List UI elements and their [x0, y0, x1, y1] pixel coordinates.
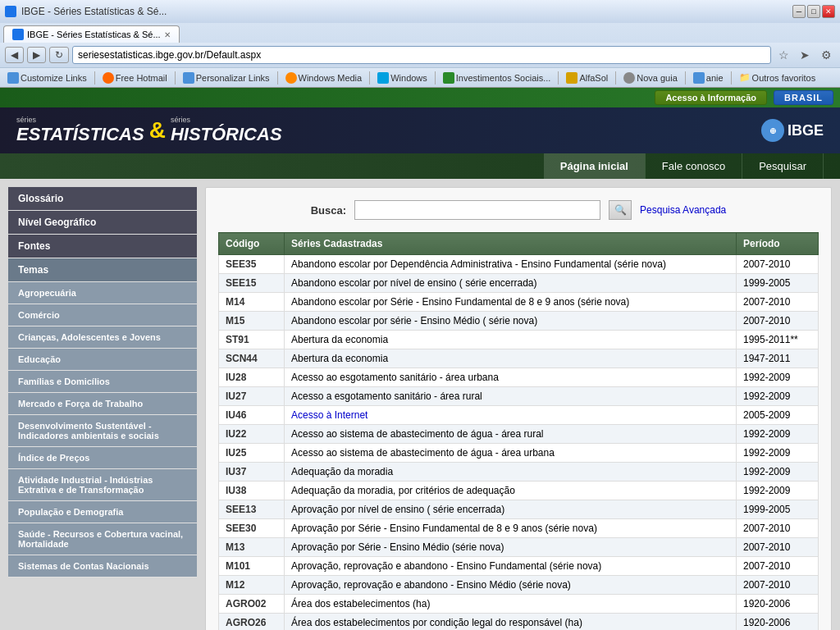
top-info-bar: Acesso à Informação BRASIL	[0, 88, 840, 107]
main-nav: Página inicial Fale conosco Pesquisar	[0, 153, 840, 179]
bookmark-label: Investimentos Sociais...	[456, 73, 551, 83]
bookmark-hotmail[interactable]: Free Hotmail	[98, 71, 171, 84]
cell-period: 1920-2006	[737, 595, 819, 614]
cell-period: 2007-2010	[737, 293, 819, 312]
separator	[369, 71, 370, 84]
sidebar-item-familias[interactable]: Famílias e Domicílios	[8, 371, 197, 393]
nav-item-fale-conosco[interactable]: Fale conosco	[646, 153, 742, 179]
cell-series: Acesso a esgotamento sanitário - área ru…	[285, 387, 737, 406]
sidebar-item-comercio[interactable]: Comércio	[8, 304, 197, 326]
main-content: Busca: 🔍 Pesquisa Avançada Código Séries…	[205, 187, 832, 630]
bookmark-windows-media[interactable]: Windows Media	[281, 71, 367, 84]
cell-period: 1992-2009	[737, 444, 819, 463]
browser-chrome: IBGE - Séries Estatísticas & Sé... ─ □ ✕…	[0, 0, 840, 88]
bookmark-icon	[7, 72, 19, 84]
reload-button[interactable]: ↻	[49, 47, 69, 63]
bookmark-investimentos[interactable]: Investimentos Sociais...	[439, 71, 555, 84]
cell-series: Abandono escolar por Dependência Adminis…	[285, 255, 737, 274]
cell-period: 1999-2005	[737, 274, 819, 293]
address-bar[interactable]	[72, 46, 771, 64]
nav-item-pagina-inicial[interactable]: Página inicial	[544, 153, 646, 179]
search-button[interactable]: 🔍	[609, 200, 632, 220]
cell-code: M14	[219, 293, 285, 312]
cell-period: 1947-2011	[737, 349, 819, 368]
cell-code: IU38	[219, 482, 285, 500]
cell-series[interactable]: Acesso à Internet	[285, 406, 737, 425]
cell-period: 2007-2010	[737, 576, 819, 595]
col-header-periodo: Período	[737, 233, 819, 255]
sidebar-item-temas[interactable]: Temas	[8, 258, 197, 282]
bookmark-alfasol[interactable]: AlfaSol	[562, 71, 612, 84]
logo-series2-label: séries	[171, 116, 282, 124]
bookmark-personalizar[interactable]: Personalizar Links	[179, 71, 274, 84]
bookmark-icon	[377, 72, 389, 84]
table-row: SEE30Aprovação por Série - Ensino Fundam…	[219, 519, 819, 538]
bookmark-label: Nova guia	[637, 73, 678, 83]
sidebar-item-fontes[interactable]: Fontes	[8, 235, 197, 258]
separator	[558, 71, 559, 84]
nav-item-pesquisar[interactable]: Pesquisar	[742, 153, 824, 179]
sidebar-item-saude[interactable]: Saúde - Recursos e Cobertura vacinal, Mo…	[8, 523, 197, 555]
cell-series: Acesso ao sistema de abastecimento de ág…	[285, 444, 737, 463]
sidebar-item-criancas[interactable]: Crianças, Adolescentes e Jovens	[8, 326, 197, 349]
cell-code: IU22	[219, 425, 285, 444]
separator	[615, 71, 616, 84]
cell-series: Acesso ao sistema de abastecimento de ág…	[285, 425, 737, 444]
tab-close-icon[interactable]: ✕	[164, 30, 171, 39]
sidebar-item-mercado[interactable]: Mercado e Força de Trabalho	[8, 393, 197, 415]
sidebar-item-desenvolvimento[interactable]: Desenvolvimento Sustentável - Indicadore…	[8, 415, 197, 447]
brasil-button[interactable]: BRASIL	[774, 90, 833, 105]
sidebar-item-agropecuaria[interactable]: Agropecuária	[8, 282, 197, 304]
close-button[interactable]: ✕	[822, 5, 835, 18]
active-tab[interactable]: IBGE - Séries Estatísticas & Sé... ✕	[3, 25, 180, 43]
tools-icon[interactable]: ⚙	[817, 46, 835, 64]
table-row: AGRO26Área dos estabelecimentos por cond…	[219, 614, 819, 631]
cell-code: M12	[219, 576, 285, 595]
series-link[interactable]: Acesso à Internet	[291, 409, 368, 421]
bookmark-label: Customize Links	[21, 73, 87, 83]
table-row: SCN44Abertura da economia1947-2011	[219, 349, 819, 368]
info-access-button[interactable]: Acesso à Informação	[655, 90, 767, 105]
cell-code: SEE13	[219, 500, 285, 519]
cell-period: 2007-2010	[737, 255, 819, 274]
bookmark-icon	[183, 72, 194, 84]
advanced-search-link[interactable]: Pesquisa Avançada	[640, 204, 726, 216]
sidebar-item-sistemas[interactable]: Sistemas de Contas Nacionais	[8, 555, 197, 578]
sidebar-item-indice[interactable]: Índice de Preços	[8, 447, 197, 469]
cell-code: SEE35	[219, 255, 285, 274]
bookmark-windows[interactable]: Windows	[373, 71, 431, 84]
minimize-button[interactable]: ─	[792, 5, 806, 18]
sidebar-item-populacao[interactable]: População e Demografia	[8, 501, 197, 523]
table-row: SEE13Aprovação por nível de ensino ( sér…	[219, 500, 819, 519]
logo-estatisticas-text: ESTATÍSTICAS	[16, 124, 144, 145]
cell-series: Abandono escolar por nível de ensino ( s…	[285, 274, 737, 293]
arrow-icon[interactable]: ➤	[796, 46, 814, 64]
cell-series: Aprovação, reprovação e abandono - Ensin…	[285, 576, 737, 595]
bookmark-icon	[443, 72, 454, 84]
bookmark-customize[interactable]: Customize Links	[3, 71, 91, 84]
bookmark-nova-guia[interactable]: Nova guia	[619, 71, 682, 84]
sidebar-item-nivel-geografico[interactable]: Nível Geográfico	[8, 211, 197, 235]
search-area: Busca: 🔍 Pesquisa Avançada	[218, 200, 819, 220]
bookmark-anie[interactable]: anie	[689, 71, 728, 84]
sidebar-item-glossario[interactable]: Glossário	[8, 187, 197, 211]
cell-period: 2005-2009	[737, 406, 819, 425]
star-icon[interactable]: ☆	[774, 46, 792, 64]
table-row: AGRO02Área dos estabelecimentos (ha)1920…	[219, 595, 819, 614]
cell-series: Abandono escolar por série - Ensino Médi…	[285, 312, 737, 331]
forward-button[interactable]: ▶	[27, 47, 46, 63]
logo-series-label: séries	[16, 116, 144, 124]
data-table: Código Séries Cadastradas Período SEE35A…	[218, 232, 819, 630]
cell-code: SCN44	[219, 349, 285, 368]
search-input[interactable]	[354, 200, 600, 220]
site-header: séries ESTATÍSTICAS & séries HISTÓRICAS …	[0, 107, 840, 153]
bookmark-label: Windows Media	[299, 73, 363, 83]
maximize-button[interactable]: □	[807, 5, 820, 18]
cell-series: Área dos estabelecimentos (ha)	[285, 595, 737, 614]
cell-series: Abertura da economia	[285, 331, 737, 349]
sidebar-item-educacao[interactable]: Educação	[8, 349, 197, 371]
sidebar-item-atividade[interactable]: Atividade Industrial - Indústrias Extrat…	[8, 469, 197, 501]
back-button[interactable]: ◀	[5, 47, 24, 63]
bookmark-outros[interactable]: 📁 Outros favoritos	[735, 71, 820, 84]
cell-code: IU27	[219, 387, 285, 406]
